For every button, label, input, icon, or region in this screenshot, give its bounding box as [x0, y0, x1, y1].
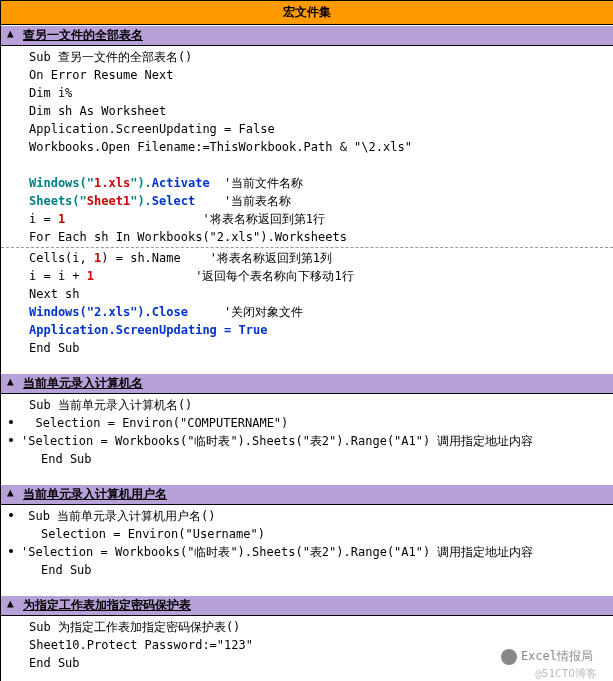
code-block: Sub 查另一文件的全部表名()On Error Resume NextDim … — [1, 46, 613, 367]
section-header: 查另一文件的全部表名 — [1, 25, 613, 46]
code-line: Windows("2.xls").Close '关闭对象文件 — [1, 303, 613, 321]
code-line: Selection = Environ("Username") — [1, 525, 613, 543]
section-header: 当前单元录入计算机名 — [1, 373, 613, 394]
document-frame: 宏文件集 查另一文件的全部表名Sub 查另一文件的全部表名()On Error … — [0, 0, 613, 681]
code-line: End Sub — [1, 450, 613, 468]
section-header: 当前单元录入计算机用户名 — [1, 484, 613, 505]
code-line: Sheets("Sheet1").Select '当前表名称 — [1, 192, 613, 210]
code-line: End Sub — [1, 561, 613, 579]
code-line: Cells(i, 1) = sh.Name '将表名称返回到第1列 — [1, 249, 613, 267]
divider — [1, 247, 613, 248]
code-line: End Sub — [1, 339, 613, 357]
code-line: For Each sh In Workbooks("2.xls").Worksh… — [1, 228, 613, 246]
code-line: Dim i% — [1, 84, 613, 102]
sections-container: 查另一文件的全部表名Sub 查另一文件的全部表名()On Error Resum… — [1, 25, 613, 681]
code-line: Sub 当前单元录入计算机名() — [1, 396, 613, 414]
code-line: On Error Resume Next — [1, 66, 613, 84]
code-line: Application.ScreenUpdating = False — [1, 120, 613, 138]
section-header: 为指定工作表加指定密码保护表 — [1, 595, 613, 616]
code-block: Sub 当前单元录入计算机名() Selection = Environ("CO… — [1, 394, 613, 478]
code-line: Application.ScreenUpdating = True — [1, 321, 613, 339]
code-line: Sub 查另一文件的全部表名() — [1, 48, 613, 66]
wechat-icon — [501, 649, 517, 665]
code-line: Next sh — [1, 285, 613, 303]
code-block: Sub 当前单元录入计算机用户名()Selection = Environ("U… — [1, 505, 613, 589]
title-bar: 宏文件集 — [1, 1, 613, 25]
code-line: Selection = Environ("COMPUTERNAME") — [1, 414, 613, 432]
code-line: Workbooks.Open Filename:=ThisWorkbook.Pa… — [1, 138, 613, 156]
code-line: Sub 当前单元录入计算机用户名() — [1, 507, 613, 525]
low-watermark: @51CTO博客 — [535, 666, 597, 681]
code-line: Windows("1.xls").Activate '当前文件名称 — [1, 174, 613, 192]
watermark: Excel情报局 — [501, 648, 593, 665]
code-line: i = 1 '将表名称返回到第1行 — [1, 210, 613, 228]
code-line: 'Selection = Workbooks("临时表").Sheets("表2… — [1, 543, 613, 561]
code-line: 'Selection = Workbooks("临时表").Sheets("表2… — [1, 432, 613, 450]
watermark-text: Excel情报局 — [521, 648, 593, 665]
code-line: Dim sh As Worksheet — [1, 102, 613, 120]
title-text: 宏文件集 — [283, 5, 331, 19]
code-line: Sub 为指定工作表加指定密码保护表() — [1, 618, 613, 636]
code-line: i = i + 1 '返回每个表名称向下移动1行 — [1, 267, 613, 285]
code-line — [1, 156, 613, 174]
